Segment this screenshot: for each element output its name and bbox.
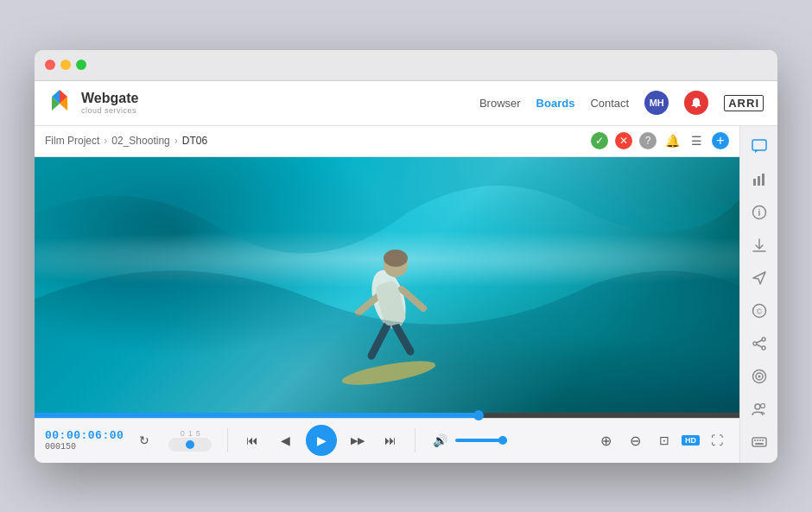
video-player[interactable] (35, 157, 739, 413)
timecode-frame: 000150 (45, 442, 124, 452)
svg-point-23 (762, 338, 765, 341)
nav-boards[interactable]: Boards (536, 97, 575, 110)
download-icon (752, 237, 767, 253)
svg-line-27 (757, 344, 762, 347)
separator-1 (227, 428, 228, 452)
bar-chart-icon (752, 172, 767, 187)
info-icon-btn[interactable]: i (744, 197, 775, 228)
svg-rect-17 (762, 174, 764, 186)
send-icon-btn[interactable] (744, 262, 775, 294)
users-icon-btn[interactable] (744, 394, 775, 425)
svg-rect-14 (752, 140, 766, 150)
keyboard-icon (752, 434, 767, 450)
nav-contact[interactable]: Contact (590, 97, 629, 110)
volume-button[interactable]: 🔊 (428, 428, 452, 452)
arri-logo: ARRI (724, 95, 764, 111)
svg-rect-16 (758, 176, 760, 186)
add-button[interactable]: + (712, 132, 729, 149)
header: Webgate cloud services Browser Boards Co… (35, 81, 777, 126)
breadcrumb-actions: ✓ ✕ ? 🔔 ☰ + (591, 132, 729, 149)
svg-rect-15 (753, 179, 756, 186)
skip-to-start-button[interactable]: ⏮ (240, 428, 264, 452)
traffic-lights (45, 60, 86, 70)
zoom-out-button[interactable]: ⊖ (623, 428, 647, 452)
share-icon-btn[interactable] (744, 328, 775, 359)
fullscreen-button[interactable]: ⛶ (705, 428, 729, 452)
svg-point-25 (762, 346, 765, 350)
user-avatar[interactable]: MH (644, 91, 669, 115)
chat-icon-btn[interactable] (744, 131, 775, 162)
timecode-display: 00:00:06:00 000150 (45, 429, 124, 452)
nav-browser[interactable]: Browser (479, 97, 521, 110)
svg-text:©: © (756, 307, 762, 316)
timecode-value: 00:00:06:00 (45, 429, 124, 442)
breadcrumb-sep-1: › (104, 135, 107, 147)
breadcrumb: Film Project › 02_Shooting › DT06 (45, 135, 207, 147)
svg-point-31 (755, 404, 760, 409)
copyright-icon: © (752, 303, 767, 319)
help-icon-btn[interactable] (744, 361, 775, 392)
content-area: Film Project › 02_Shooting › DT06 ✓ ✕ ? … (35, 126, 739, 463)
breadcrumb-part-1[interactable]: Film Project (45, 135, 99, 147)
list-button[interactable]: ☰ (688, 132, 705, 149)
app-window: Webgate cloud services Browser Boards Co… (35, 50, 777, 463)
wave-curl (35, 157, 739, 413)
minimize-button[interactable] (60, 60, 71, 70)
webgate-logo-icon (45, 88, 74, 117)
zoom-in-button[interactable]: ⊕ (593, 428, 618, 452)
alert-button[interactable]: 🔔 (663, 132, 681, 149)
step-back-button[interactable]: ◀ (273, 428, 297, 452)
volume-area: 🔊 (428, 428, 507, 452)
help-icon (752, 369, 767, 384)
close-button[interactable] (45, 60, 55, 70)
notifications-button[interactable] (684, 91, 708, 115)
users-icon (752, 401, 767, 417)
skip-to-end-button[interactable]: ⏭ (378, 428, 403, 452)
titlebar (35, 50, 777, 81)
volume-slider[interactable] (455, 439, 507, 442)
reject-button[interactable]: ✕ (615, 132, 632, 149)
play-button[interactable]: ▶ (306, 425, 337, 456)
svg-line-26 (757, 340, 762, 343)
svg-point-32 (760, 403, 764, 408)
speed-dial: 015 (168, 429, 212, 452)
progress-fill (35, 413, 479, 418)
nav: Browser Boards Contact MH ARRI (479, 91, 764, 115)
keyboard-icon-btn[interactable] (744, 427, 775, 458)
svg-point-30 (758, 375, 760, 377)
share-icon (752, 336, 767, 351)
svg-rect-4 (695, 106, 698, 108)
hd-badge: HD (682, 435, 700, 446)
logo: Webgate cloud services (45, 88, 138, 117)
breadcrumb-current: DT06 (182, 135, 207, 147)
svg-point-24 (753, 342, 757, 345)
copyright-icon-btn[interactable]: © (744, 295, 775, 326)
question-button[interactable]: ? (639, 132, 657, 149)
download-icon-btn[interactable] (744, 230, 775, 261)
send-icon (752, 270, 767, 286)
step-forward-button[interactable]: ▶▶ (346, 428, 370, 452)
separator-2 (415, 428, 416, 452)
breadcrumb-sep-2: › (174, 135, 178, 147)
logo-name: Webgate (81, 90, 138, 106)
speed-slider[interactable] (168, 438, 212, 452)
info-icon: i (752, 205, 767, 220)
main-area: Film Project › 02_Shooting › DT06 ✓ ✕ ? … (35, 126, 777, 463)
progress-thumb[interactable] (473, 410, 484, 420)
fit-screen-button[interactable]: ⊡ (652, 428, 676, 452)
controls-bar: 00:00:06:00 000150 ↻ 015 ⏮ ◀ ▶ ▶▶ (35, 418, 739, 463)
analytics-icon-btn[interactable] (744, 164, 775, 195)
right-controls: ⊕ ⊖ ⊡ HD ⛶ (593, 428, 729, 452)
breadcrumb-bar: Film Project › 02_Shooting › DT06 ✓ ✕ ? … (35, 126, 739, 157)
svg-rect-33 (752, 438, 766, 446)
bell-icon (690, 97, 702, 109)
maximize-button[interactable] (76, 60, 86, 70)
sidebar-right: i © (739, 126, 777, 463)
video-frame (35, 157, 739, 413)
breadcrumb-part-2[interactable]: 02_Shooting (111, 135, 169, 147)
loop-button[interactable]: ↻ (132, 428, 156, 452)
approve-button[interactable]: ✓ (591, 132, 608, 149)
logo-sub: cloud services (81, 106, 138, 116)
progress-bar[interactable] (35, 413, 739, 418)
svg-text:i: i (758, 208, 760, 218)
